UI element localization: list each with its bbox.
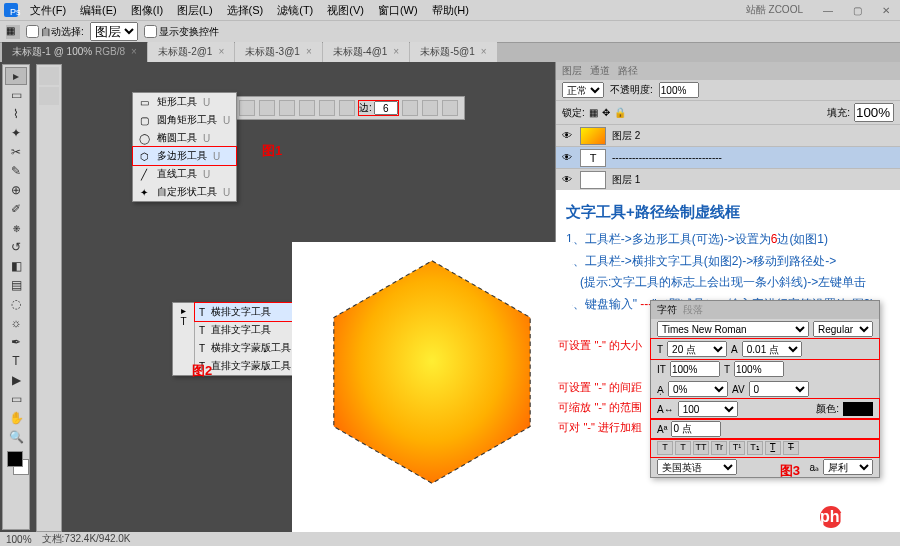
baseline-input[interactable] <box>671 421 721 437</box>
antialias-select[interactable]: 犀利 <box>823 459 873 475</box>
hscale-input[interactable] <box>734 361 784 377</box>
layer-row[interactable]: 👁 图层 2 <box>556 124 900 146</box>
tab-paths[interactable]: 路径 <box>618 64 638 78</box>
italic-toggle[interactable]: T <box>675 441 691 455</box>
doc-tab-3[interactable]: 未标题-3@1× <box>235 42 321 62</box>
mini-btn-2[interactable] <box>39 87 59 105</box>
lasso-tool[interactable]: ⌇ <box>5 105 27 123</box>
metrics-select[interactable]: 0 <box>749 381 809 397</box>
shape-rect-icon[interactable] <box>239 100 255 116</box>
lock-position-icon[interactable]: ✥ <box>602 107 610 118</box>
menu-window[interactable]: 窗口(W) <box>372 1 424 20</box>
vscale-input[interactable] <box>670 361 720 377</box>
shape-ellipse-icon[interactable] <box>279 100 295 116</box>
allcaps-toggle[interactable]: TT <box>693 441 709 455</box>
doc-tab-5[interactable]: 未标题-5@1× <box>410 42 496 62</box>
underline-toggle[interactable]: T̲ <box>765 441 781 455</box>
lock-pixels-icon[interactable]: ▦ <box>589 107 598 118</box>
menu-edit[interactable]: 编辑(E) <box>74 1 123 20</box>
eyedropper-tool[interactable]: ✎ <box>5 162 27 180</box>
marquee-tool[interactable]: ▭ <box>5 86 27 104</box>
smallcaps-toggle[interactable]: Tr <box>711 441 727 455</box>
fill-input[interactable] <box>854 103 894 122</box>
blend-mode-select[interactable]: 正常 <box>562 82 604 98</box>
tool-custom-shape[interactable]: ✦自定形状工具U <box>133 183 236 201</box>
strike-toggle[interactable]: T̶ <box>783 441 799 455</box>
brush-tool[interactable]: ✐ <box>5 200 27 218</box>
opacity-input[interactable] <box>659 82 699 98</box>
menu-help[interactable]: 帮助(H) <box>426 1 475 20</box>
superscript-toggle[interactable]: T¹ <box>729 441 745 455</box>
shape-custom-icon[interactable] <box>339 100 355 116</box>
crop-tool[interactable]: ✂ <box>5 143 27 161</box>
tool-rounded-rect[interactable]: ▢圆角矩形工具U <box>133 111 236 129</box>
bold-toggle[interactable]: T <box>657 441 673 455</box>
menu-file[interactable]: 文件(F) <box>24 1 72 20</box>
menu-view[interactable]: 视图(V) <box>321 1 370 20</box>
subscript-toggle[interactable]: T₁ <box>747 441 763 455</box>
tool-ellipse[interactable]: ◯椭圆工具U <box>133 129 236 147</box>
tab-paragraph[interactable]: 段落 <box>683 303 703 317</box>
layer-row[interactable]: 👁 图层 1 <box>556 168 900 190</box>
menu-image[interactable]: 图像(I) <box>125 1 169 20</box>
sides-input[interactable] <box>374 101 398 115</box>
move-tool[interactable]: ▸ <box>5 67 27 85</box>
visibility-icon[interactable]: 👁 <box>560 174 574 185</box>
tab-layers[interactable]: 图层 <box>562 64 582 78</box>
auto-select-target[interactable]: 图层 <box>90 22 138 41</box>
close-icon[interactable]: ✕ <box>876 3 896 18</box>
wand-tool[interactable]: ✦ <box>5 124 27 142</box>
tool-polygon[interactable]: ⬡多边形工具U <box>133 147 236 165</box>
tool-rectangle[interactable]: ▭矩形工具U <box>133 93 236 111</box>
zoom-tool[interactable]: 🔍 <box>5 428 27 446</box>
doc-tab-2[interactable]: 未标题-2@1× <box>148 42 234 62</box>
auto-select-check[interactable]: 自动选择: <box>26 25 84 39</box>
visibility-icon[interactable]: 👁 <box>560 152 574 163</box>
history-brush-tool[interactable]: ↺ <box>5 238 27 256</box>
blur-tool[interactable]: ◌ <box>5 295 27 313</box>
shape-line-icon[interactable] <box>319 100 335 116</box>
tab-character[interactable]: 字符 <box>657 303 677 317</box>
layer-row[interactable]: 👁 T --------------------------------- <box>556 146 900 168</box>
eraser-tool[interactable]: ◧ <box>5 257 27 275</box>
kerning-select[interactable]: 0% <box>668 381 728 397</box>
lock-all-icon[interactable]: 🔒 <box>614 107 626 118</box>
shape-polygon-icon[interactable] <box>299 100 315 116</box>
menu-layer[interactable]: 图层(L) <box>171 1 218 20</box>
gradient-tool[interactable]: ▤ <box>5 276 27 294</box>
hand-tool[interactable]: ✋ <box>5 409 27 427</box>
mini-btn-1[interactable] <box>39 67 59 85</box>
type-tool[interactable]: T <box>5 352 27 370</box>
language-select[interactable]: 美国英语 <box>657 459 737 475</box>
font-family-select[interactable]: Times New Roman <box>657 321 809 337</box>
menu-filter[interactable]: 滤镜(T) <box>271 1 319 20</box>
show-transform-check[interactable]: 显示变换控件 <box>144 25 219 39</box>
pen-tool[interactable]: ✒ <box>5 333 27 351</box>
shape-combine-1[interactable] <box>402 100 418 116</box>
shape-combine-2[interactable] <box>422 100 438 116</box>
maximize-icon[interactable]: ▢ <box>847 3 868 18</box>
document-canvas[interactable] <box>292 242 572 542</box>
shape-rrect-icon[interactable] <box>259 100 275 116</box>
shape-tool[interactable]: ▭ <box>5 390 27 408</box>
stamp-tool[interactable]: ⎈ <box>5 219 27 237</box>
close-tab-icon[interactable]: × <box>131 46 137 57</box>
zoom-level[interactable]: 100% <box>6 534 32 545</box>
visibility-icon[interactable]: 👁 <box>560 130 574 141</box>
font-style-select[interactable]: Regular <box>813 321 873 337</box>
leading-select[interactable]: 0.01 点 <box>742 341 802 357</box>
heal-tool[interactable]: ⊕ <box>5 181 27 199</box>
dodge-tool[interactable]: ☼ <box>5 314 27 332</box>
text-color-swatch[interactable] <box>843 402 873 416</box>
tool-line[interactable]: ╱直线工具U <box>133 165 236 183</box>
doc-tab-4[interactable]: 未标题-4@1× <box>323 42 409 62</box>
tab-channels[interactable]: 通道 <box>590 64 610 78</box>
tracking-select[interactable]: 100 <box>678 401 738 417</box>
minimize-icon[interactable]: — <box>817 3 839 18</box>
doc-tab-1[interactable]: 未标题-1 @ 100% RGB/8× <box>2 42 147 62</box>
menu-select[interactable]: 选择(S) <box>221 1 270 20</box>
shape-combine-3[interactable] <box>442 100 458 116</box>
path-select-tool[interactable]: ▶ <box>5 371 27 389</box>
font-size-select[interactable]: 20 点 <box>667 341 727 357</box>
color-swatches[interactable] <box>5 451 27 479</box>
